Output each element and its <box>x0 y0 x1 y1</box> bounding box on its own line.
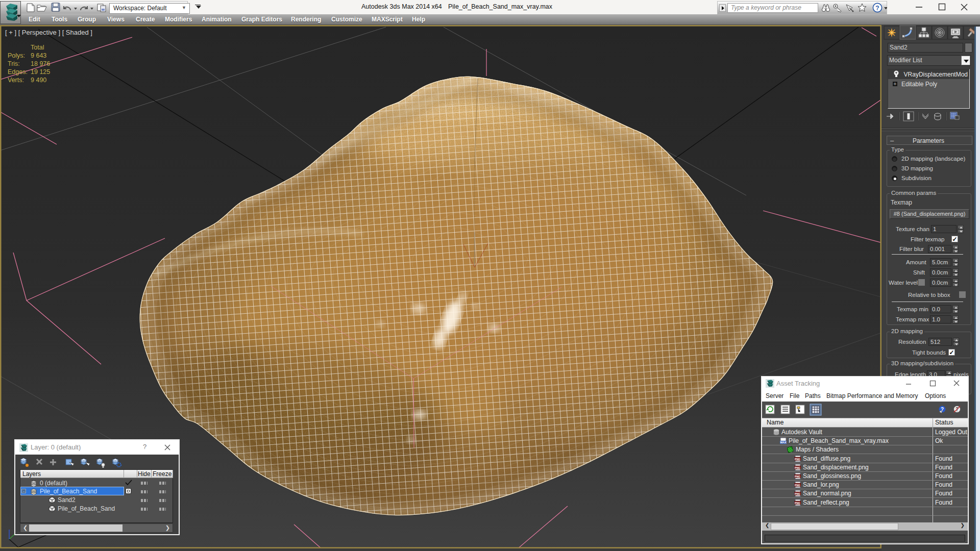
svg-text:PNG: PNG <box>795 475 800 478</box>
svg-text:Total: Total <box>31 44 44 51</box>
svg-text:PNG: PNG <box>795 484 800 487</box>
svg-text:PNG: PNG <box>795 466 800 469</box>
svg-text:Edges:: Edges: <box>8 68 28 76</box>
svg-text:PNG: PNG <box>795 492 800 495</box>
svg-text:9 490: 9 490 <box>31 77 46 84</box>
svg-text:19 125: 19 125 <box>31 68 50 76</box>
svg-text:18 976: 18 976 <box>31 60 50 67</box>
svg-text:MAX: MAX <box>780 441 787 444</box>
svg-text:9 643: 9 643 <box>31 52 46 59</box>
svg-text:[ + ] [ Perspective ] [ Shaded: [ + ] [ Perspective ] [ Shaded ] <box>5 29 92 36</box>
svg-text:PNG: PNG <box>795 502 800 505</box>
svg-text:?: ? <box>875 5 879 12</box>
svg-text:Polys:: Polys: <box>8 52 25 59</box>
svg-text:PNG: PNG <box>795 458 800 461</box>
svg-text:Tris:: Tris: <box>8 60 20 67</box>
svg-text:Verts:: Verts: <box>8 77 24 84</box>
